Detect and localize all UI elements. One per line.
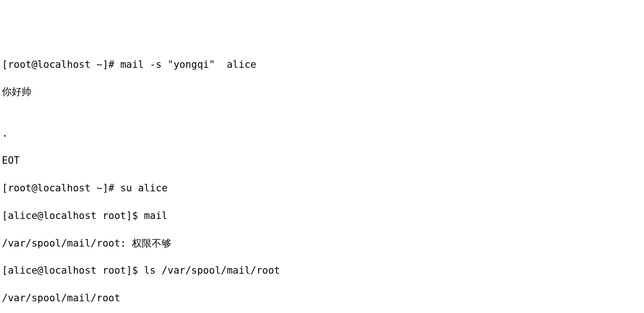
shell-command: mail -s "yongqi" alice — [120, 59, 256, 70]
shell-output: EOT — [2, 155, 20, 166]
shell-prompt: [alice@localhost root]$ — [2, 265, 144, 276]
terminal-line: . — [2, 127, 642, 140]
terminal-line: [alice@localhost root]$ ls /var/spool/ma… — [2, 264, 642, 277]
terminal-window[interactable]: [root@localhost ~]# mail -s "yongqi" ali… — [2, 58, 642, 313]
terminal-line: [root@localhost ~]# su alice — [2, 182, 642, 195]
terminal-line: /var/spool/mail/root — [2, 291, 642, 305]
shell-command: mail — [144, 210, 168, 221]
shell-output: /var/spool/mail/root: 权限不够 — [2, 238, 171, 249]
shell-output: 你好帅 — [2, 86, 31, 97]
shell-prompt: [root@localhost ~]# — [2, 182, 120, 194]
terminal-line: /var/spool/mail/root: 权限不够 — [2, 237, 642, 250]
terminal-line: [alice@localhost root]$ mail — [2, 209, 642, 223]
shell-command: su alice — [120, 182, 168, 194]
shell-output: /var/spool/mail/root — [2, 292, 120, 304]
terminal-line: [root@localhost ~]# mail -s "yongqi" ali… — [2, 58, 642, 72]
shell-command: ls /var/spool/mail/root — [144, 265, 280, 276]
shell-prompt: [root@localhost ~]# — [2, 59, 120, 70]
terminal-line: EOT — [2, 154, 642, 167]
shell-output: . — [2, 128, 8, 139]
terminal-line: 你好帅 — [2, 85, 642, 99]
shell-prompt: [alice@localhost root]$ — [2, 210, 144, 221]
